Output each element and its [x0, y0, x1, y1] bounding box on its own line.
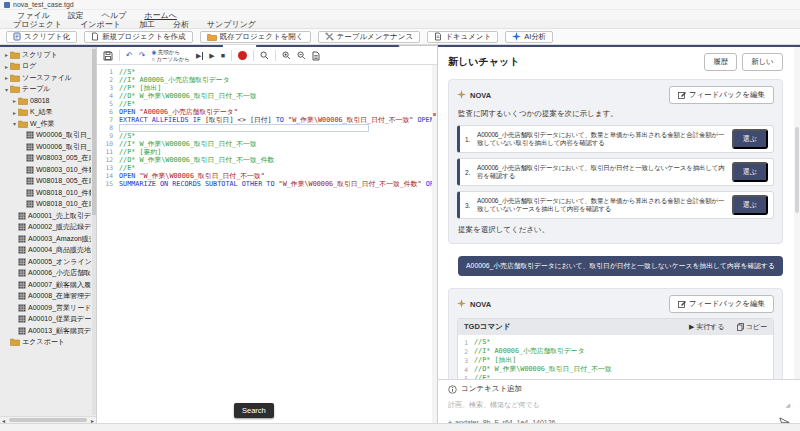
app-icon — [4, 2, 10, 8]
code-line: 11//P* [要約] — [97, 148, 432, 156]
tree-item[interactable]: ▾W_作業 — [0, 118, 91, 130]
undo-icon[interactable]: ↶ — [126, 51, 133, 60]
run-icon[interactable]: ▶ — [209, 52, 214, 60]
run-command-button[interactable]: ▶ 実行する — [689, 322, 725, 332]
tree-item[interactable]: A00009_営業リードデータ — [0, 302, 91, 314]
tree-item[interactable]: W08018_010_件数_カウント — [0, 187, 91, 199]
nova-sparkle-icon — [457, 299, 466, 310]
history-button[interactable]: 履歴 — [704, 53, 737, 71]
ribbon-button-5[interactable]: ドキュメント — [427, 31, 498, 43]
tree-item[interactable]: A00013_顧客購買データ — [0, 325, 91, 337]
expand-arrow-icon[interactable]: ▸ — [3, 74, 10, 81]
line-number: 2 — [97, 76, 119, 84]
search-icon[interactable] — [260, 51, 269, 60]
zoom-out-icon[interactable] — [297, 51, 306, 60]
window-title: nova_test_case.tgd — [13, 1, 74, 8]
tgd-code[interactable]: 1//S*2//I* A00006_小売店舗取引データ3//P* [抽出]4//… — [458, 335, 773, 379]
tgd-title: TGDコマンド — [464, 322, 511, 332]
select-suggestion-button[interactable]: 選ぶ — [732, 195, 768, 215]
line-number: 3 — [97, 84, 119, 92]
add-context-button[interactable]: コンテキスト追加 — [448, 384, 790, 394]
ribbon-button-3[interactable]: 既存プロジェクトを開く — [200, 31, 311, 43]
ribbon-button-4[interactable]: テーブルメンテナンス — [318, 31, 421, 43]
tree-item[interactable]: A00002_販売記録データ表 — [0, 222, 91, 234]
chat-input[interactable]: 計画、検索、構築など何でも ◢ — [448, 400, 790, 410]
tree-item[interactable]: W08003_005_在庫日数_偏差 — [0, 153, 91, 165]
search-tooltip: Search — [234, 403, 274, 418]
tree-item[interactable]: A00008_在庫管理データ — [0, 291, 91, 303]
table-icon — [18, 315, 26, 323]
tree-item[interactable]: W00006_取引日_日付_不一致 — [0, 130, 91, 142]
copy-command-button[interactable]: コピー — [737, 322, 767, 332]
new-chat-button[interactable]: 新しい — [742, 53, 783, 71]
code-line-text: //P* [抽出] — [474, 356, 516, 365]
ribbon-button-2[interactable]: 新規プロジェクトを作成 — [84, 31, 193, 43]
table-icon — [26, 189, 34, 197]
ribbon-tab[interactable]: サンプリング — [198, 19, 265, 30]
log-document-icon[interactable] — [312, 51, 320, 61]
collapse-arrow-icon[interactable]: ▾ — [3, 86, 10, 93]
tree-item[interactable]: W08018_005_在庫日数_偏差 — [0, 176, 91, 188]
ribbon-tab[interactable]: 分析 — [164, 19, 198, 30]
edit-feedback-button[interactable]: フィードバックを編集 — [669, 86, 774, 104]
tree-item[interactable]: ▸ソースファイル — [0, 72, 91, 84]
folder-icon — [10, 74, 20, 82]
record-icon[interactable] — [238, 51, 247, 60]
tree-item[interactable]: ▸ログ — [0, 61, 91, 73]
resize-grip-icon[interactable]: ◢ — [785, 401, 790, 408]
table-icon — [26, 177, 34, 185]
tree-item[interactable]: ▸スクリプト — [0, 49, 91, 61]
tree-item[interactable]: ▸08018 — [0, 95, 91, 107]
step-icon[interactable]: ▶ — [196, 52, 203, 60]
ribbon-button-1[interactable]: スクリプト化 — [6, 31, 77, 43]
tree-item[interactable]: A00004_商品販売地域データ — [0, 245, 91, 257]
editor-scrollbar[interactable] — [432, 65, 437, 423]
expand-arrow-icon[interactable]: ▸ — [3, 51, 10, 58]
select-suggestion-button[interactable]: 選ぶ — [732, 129, 768, 149]
tree-item[interactable]: W08018_010_在庫日数_異常 — [0, 199, 91, 211]
save-icon[interactable] — [103, 51, 113, 61]
expand-arrow-icon[interactable]: ▸ — [3, 63, 10, 70]
tree-item[interactable]: W00006_取引日_日付_不一致_件数 — [0, 141, 91, 153]
suggestion-item: 3.A00006_小売店舗取引データにおいて、数量と単価から算出される金額と合計… — [457, 191, 774, 219]
code-area[interactable]: 1//S*2//I* A00006_小売店舗取引データ3//P* [抽出]4//… — [97, 65, 432, 423]
tree-item[interactable]: A00005_オンラインストア注文データ — [0, 256, 91, 268]
collapse-arrow-icon[interactable]: ▾ — [11, 120, 18, 127]
script-icon — [13, 32, 21, 41]
tree-item-label: W08003_010_件数_カウント — [36, 165, 91, 175]
ribbon-tab[interactable]: インポート — [71, 19, 130, 30]
edit-feedback-button[interactable]: フィードバックを編集 — [669, 295, 774, 313]
tree-item[interactable]: ▾テーブル — [0, 84, 91, 96]
tree-item[interactable]: エクスポート — [0, 337, 91, 349]
expand-arrow-icon[interactable]: ▸ — [11, 109, 18, 116]
tree-item-label: ログ — [22, 61, 36, 71]
sidebar-horizontal-scrollbar[interactable]: ◂▸ — [0, 416, 96, 423]
expand-arrow-icon[interactable]: ▸ — [11, 97, 18, 104]
tree-item[interactable]: A00006_小売店舗取引データ — [0, 268, 91, 280]
ribbon-tab[interactable]: プロジェクト — [4, 19, 71, 30]
line-number: 1 — [462, 338, 474, 347]
tree-item[interactable]: W08003_010_件数_カウント — [0, 164, 91, 176]
tree-item[interactable]: A00007_顧客購入履歴データ — [0, 279, 91, 291]
code-line-text: //O* W_作業\W00006_取引日_日付_不一致 — [119, 92, 257, 100]
redo-icon[interactable]: ↷ — [139, 51, 146, 60]
tree-item[interactable]: ▸K_結果 — [0, 107, 91, 119]
tree-item-label: A00007_顧客購入履歴データ — [28, 280, 91, 290]
tree-item-label: W08018_010_件数_カウント — [36, 188, 91, 198]
zoom-in-icon[interactable] — [282, 51, 291, 60]
tree-item[interactable]: A00003_Amazon販売レポート — [0, 233, 91, 245]
stop-icon[interactable]: ■ — [221, 52, 225, 59]
suggestion-list: 1.A00006_小売店舗取引データにおいて、数量と単価から算出される金額と合計… — [457, 125, 774, 219]
ribbon-button-6[interactable]: AI分析 — [505, 31, 553, 43]
select-suggestion-button[interactable]: 選ぶ — [732, 162, 768, 182]
sidebar-vertical-scrollbar[interactable] — [92, 47, 96, 415]
line-number: 12 — [97, 156, 119, 164]
line-number: 7 — [97, 116, 119, 124]
ribbon-tab[interactable]: 加工 — [130, 19, 164, 30]
line-number: 3 — [462, 356, 474, 365]
tree-item[interactable]: A00001_売上取引データ — [0, 210, 91, 222]
tree-item-label: A00004_商品販売地域データ — [28, 245, 91, 255]
chat-scrollbar[interactable] — [794, 47, 800, 379]
tree-item[interactable]: A00010_従業員データ — [0, 314, 91, 326]
run-scope-radio-group[interactable]: ◉ 先頭から ○ カーソルから — [151, 49, 190, 62]
